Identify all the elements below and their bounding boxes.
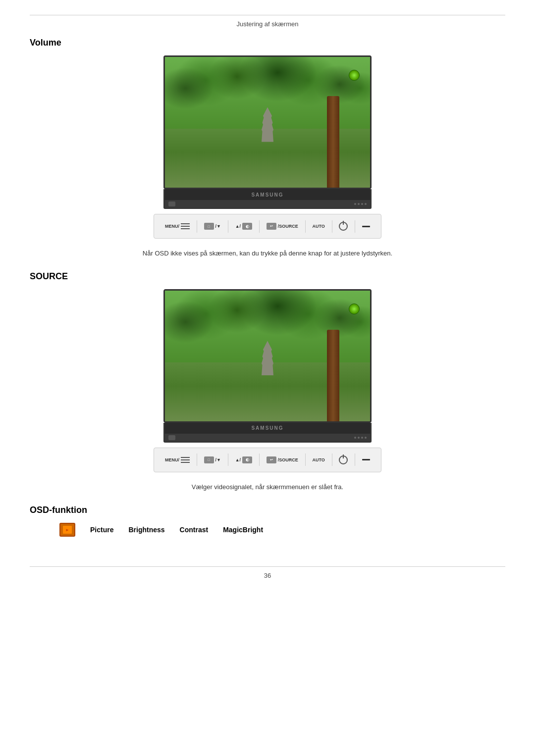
source-ctrl-divider-1 bbox=[197, 454, 197, 466]
bottom-divider bbox=[30, 566, 505, 567]
monitor-dots bbox=[354, 203, 367, 205]
source-samsung-brand-text: SAMSUNG bbox=[251, 425, 283, 431]
source-menu-label: MENU/ bbox=[165, 457, 179, 462]
osd-menu-row: Picture Brightness Contrast MagicBright bbox=[59, 523, 505, 537]
ctrl-divider-5 bbox=[332, 220, 332, 233]
source-buttons-bar bbox=[163, 434, 372, 443]
power-button[interactable] bbox=[339, 222, 348, 231]
source-return-icon: ↩ bbox=[267, 456, 276, 463]
page-container: Justering af skærmen Volume bbox=[0, 15, 535, 756]
source-label: /SOURCE bbox=[278, 224, 298, 229]
source-picture-button[interactable]: □ /▼ bbox=[204, 456, 221, 463]
volume-garden-scene bbox=[165, 57, 370, 188]
minus-button[interactable] bbox=[362, 226, 370, 227]
source-monitor-wrapper: SAMSUNG bbox=[154, 289, 381, 472]
source-auto-button[interactable]: AUTO bbox=[312, 457, 324, 462]
auto-button[interactable]: AUTO bbox=[312, 224, 324, 229]
osd-picture-icon-inner bbox=[62, 525, 72, 534]
source-ctrl-divider-3 bbox=[259, 454, 260, 466]
source-section: SOURCE bbox=[30, 271, 505, 493]
source-monitor-dot-4 bbox=[365, 437, 367, 439]
header-title: Justering af skærmen bbox=[237, 20, 299, 28]
arrow-down-label: /▼ bbox=[215, 224, 221, 229]
picture-icon: □ bbox=[204, 223, 214, 230]
source-arrow-down-label: /▼ bbox=[215, 457, 221, 462]
ctrl-divider-6 bbox=[355, 220, 355, 233]
source-monitor-screen bbox=[163, 289, 372, 423]
source-ctrl-divider-5 bbox=[332, 454, 332, 466]
source-monitor-container: SAMSUNG bbox=[30, 289, 505, 472]
source-monitor-dot-3 bbox=[361, 437, 363, 439]
volume-monitor-wrapper: SAMSUNG bbox=[154, 55, 381, 239]
up-arrow: ▲/ bbox=[235, 224, 241, 229]
picture-button[interactable]: □ /▼ bbox=[204, 223, 221, 230]
return-icon: ↩ bbox=[267, 223, 276, 230]
page-header: Justering af skærmen bbox=[0, 20, 535, 28]
source-up-arrow: ▲/ bbox=[235, 457, 241, 462]
source-monitor-dot-2 bbox=[358, 437, 360, 439]
brightness-button[interactable]: ▲/ ◐ bbox=[235, 223, 252, 230]
osd-funktion-title: OSD-funktion bbox=[30, 505, 505, 515]
ctrl-divider-2 bbox=[228, 220, 228, 233]
volume-monitor-screen bbox=[163, 55, 372, 189]
osd-menu-item-brightness: Brightness bbox=[128, 526, 164, 534]
pagoda-body bbox=[260, 107, 275, 142]
source-title: SOURCE bbox=[30, 271, 505, 282]
source-ctrl-divider-6 bbox=[355, 454, 355, 466]
monitor-dot-4 bbox=[365, 203, 367, 205]
source-picture-icon: □ bbox=[204, 456, 214, 463]
ctrl-divider-4 bbox=[305, 220, 306, 233]
source-ctrl-divider-4 bbox=[305, 454, 306, 466]
volume-section: Volume bbox=[30, 38, 505, 259]
source-brand-bar: SAMSUNG bbox=[163, 423, 372, 434]
osd-menu-item-magicbright: MagicBright bbox=[223, 526, 263, 534]
top-divider bbox=[30, 15, 505, 15]
monitor-dot-3 bbox=[361, 203, 363, 205]
source-source-button[interactable]: ↩ /SOURCE bbox=[267, 456, 298, 463]
source-menu-button[interactable]: MENU/ bbox=[165, 456, 190, 463]
osd-picture-icon bbox=[59, 523, 75, 537]
volume-description: Når OSD ikke vises på skærmen, kan du tr… bbox=[30, 249, 505, 259]
main-content: Volume bbox=[0, 38, 535, 537]
source-button[interactable]: ↩ /SOURCE bbox=[267, 223, 298, 230]
source-minus-button[interactable] bbox=[362, 459, 370, 460]
volume-control-panel: MENU/ □ /▼ bbox=[154, 214, 381, 239]
pagoda bbox=[260, 107, 275, 142]
source-control-panel: MENU/ □ /▼ bbox=[154, 448, 381, 472]
source-monitor-dot-1 bbox=[354, 437, 356, 439]
brightness-icon: ◐ bbox=[242, 223, 252, 230]
source-monitor-dots bbox=[354, 437, 367, 439]
volume-title: Volume bbox=[30, 38, 505, 48]
source-brightness-button[interactable]: ▲/ ◐ bbox=[235, 456, 252, 463]
source-pagoda-body bbox=[260, 341, 275, 375]
volume-monitor-container: SAMSUNG bbox=[30, 55, 505, 239]
osd-menu-item-contrast: Contrast bbox=[180, 526, 209, 534]
monitor-dot-1 bbox=[354, 203, 356, 205]
ctrl-divider-1 bbox=[197, 220, 197, 233]
volume-brand-bar: SAMSUNG bbox=[163, 189, 372, 200]
osd-funktion-section: OSD-funktion Picture Brightness Contrast… bbox=[30, 505, 505, 537]
source-power-button[interactable] bbox=[339, 455, 348, 464]
menu-button[interactable]: MENU/ bbox=[165, 223, 190, 230]
volume-buttons-bar bbox=[163, 200, 372, 209]
source-ctrl-divider-2 bbox=[228, 454, 228, 466]
source-tree-trunk bbox=[327, 330, 339, 421]
source-monitor-btn-1 bbox=[168, 435, 175, 440]
monitor-dot-2 bbox=[358, 203, 360, 205]
samsung-brand-text: SAMSUNG bbox=[251, 192, 283, 198]
monitor-btn-1 bbox=[168, 202, 175, 206]
source-source-label: /SOURCE bbox=[278, 457, 298, 462]
tree-trunk bbox=[327, 96, 339, 188]
source-description: Vælger videosignalet, når skærmmenuen er… bbox=[30, 482, 505, 493]
source-pagoda bbox=[260, 341, 275, 375]
auto-label: AUTO bbox=[312, 224, 324, 229]
osd-menu-item-picture: Picture bbox=[90, 526, 113, 534]
ctrl-divider-3 bbox=[259, 220, 260, 233]
page-number: 36 bbox=[0, 572, 535, 579]
menu-label: MENU/ bbox=[165, 224, 179, 229]
source-auto-label: AUTO bbox=[312, 457, 324, 462]
source-brightness-icon: ◐ bbox=[242, 456, 252, 463]
source-garden-scene bbox=[165, 291, 370, 421]
